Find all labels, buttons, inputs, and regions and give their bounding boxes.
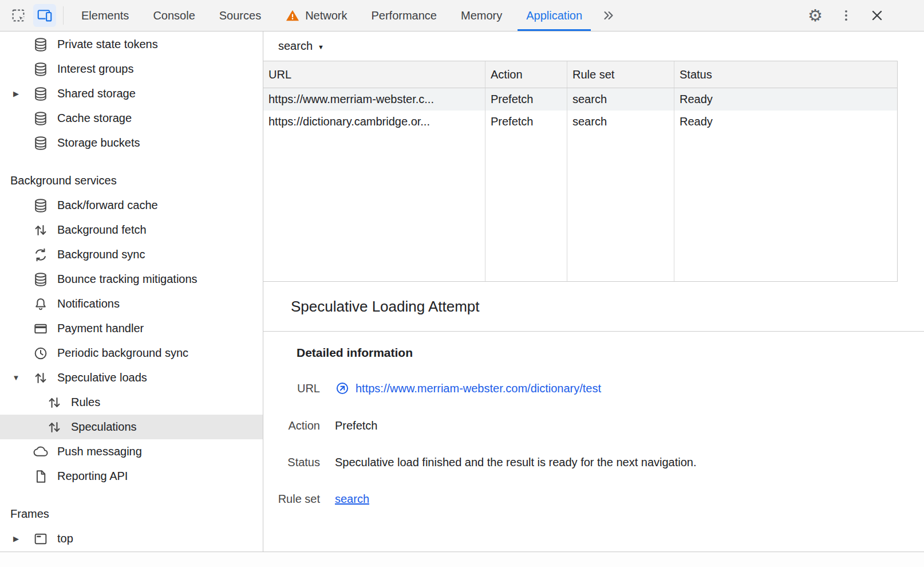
close-devtools-button[interactable]: [868, 6, 886, 25]
cell-url: https://dictionary.cambridge.or...: [263, 111, 485, 133]
sidebar-item-top-frame[interactable]: ▶ top: [0, 526, 263, 551]
cell-url: https://www.merriam-webster.c...: [263, 88, 485, 111]
close-icon: [869, 7, 885, 23]
tab-memory[interactable]: Memory: [449, 0, 514, 31]
devtools-window: Elements Console Sources Network Perform…: [0, 0, 924, 567]
detail-row-rule-set: Rule set search: [263, 493, 924, 506]
sidebar-item-storage-buckets[interactable]: Storage buckets: [0, 131, 263, 155]
tab-performance[interactable]: Performance: [360, 0, 449, 31]
detail-row-url: URL https://www.merriam-webster.com/dict…: [263, 381, 924, 396]
action-label: Action: [263, 419, 320, 432]
sidebar-item-label: Bounce tracking mitigations: [57, 273, 198, 286]
sidebar-item-speculative-loads[interactable]: ▼ Speculative loads: [0, 365, 263, 390]
sidebar-item-speculations[interactable]: Speculations: [0, 415, 263, 439]
tab-elements[interactable]: Elements: [69, 0, 141, 31]
up-down-arrows-icon: [33, 370, 49, 386]
table-header-row: URL Action Rule set Status: [263, 61, 897, 88]
sidebar-item-label: Push messaging: [57, 445, 142, 458]
tab-label: Network: [305, 9, 347, 22]
tab-label: Memory: [461, 9, 502, 22]
more-options-button[interactable]: [837, 6, 855, 25]
tab-label: Sources: [219, 9, 261, 22]
collapse-arrow-icon[interactable]: ▼: [11, 373, 21, 382]
details-heading: Detailed information: [297, 346, 924, 360]
device-toolbar-button[interactable]: [33, 4, 56, 27]
rule-set-link[interactable]: search: [335, 493, 369, 506]
sidebar-item-label: Private state tokens: [57, 38, 158, 51]
sidebar-item-label: Storage buckets: [57, 136, 140, 149]
column-header-status[interactable]: Status: [674, 61, 897, 88]
sidebar-item-background-sync[interactable]: Background sync: [0, 242, 263, 267]
column-header-rule-set[interactable]: Rule set: [567, 61, 674, 88]
expand-arrow-icon[interactable]: ▶: [11, 89, 21, 98]
sidebar-item-interest-groups[interactable]: Interest groups: [0, 57, 263, 81]
expand-arrow-icon[interactable]: ▶: [11, 534, 21, 543]
rule-set-filter-dropdown[interactable]: search ▼: [263, 32, 924, 61]
application-sidebar: Private state tokens Interest groups ▶ S…: [0, 32, 263, 552]
sidebar-item-push-messaging[interactable]: Push messaging: [0, 439, 263, 464]
cell-action: Prefetch: [485, 111, 567, 133]
bell-icon: [33, 296, 49, 312]
action-value: Prefetch: [335, 419, 924, 432]
column-header-url[interactable]: URL: [263, 61, 485, 88]
sidebar-item-private-state-tokens[interactable]: Private state tokens: [0, 32, 263, 57]
cell-status: Ready: [674, 111, 897, 133]
inspect-icon: [10, 7, 27, 24]
attempt-url-link[interactable]: https://www.merriam-webster.com/dictiona…: [356, 382, 601, 395]
status-value: Speculative load finished and the result…: [335, 456, 924, 469]
tab-sources[interactable]: Sources: [207, 0, 273, 31]
detail-row-action: Action Prefetch: [263, 419, 924, 432]
tab-network[interactable]: Network: [273, 0, 359, 31]
status-label: Status: [263, 456, 320, 469]
sidebar-item-periodic-background-sync[interactable]: Periodic background sync: [0, 341, 263, 365]
toolbar-separator: [63, 6, 64, 25]
speculations-table: URL Action Rule set Status https://www.m…: [263, 61, 898, 282]
clock-icon: [33, 345, 49, 361]
cell-status: Ready: [674, 88, 897, 111]
frame-icon: [33, 531, 49, 547]
sync-icon: [33, 247, 49, 263]
sidebar-item-notifications[interactable]: Notifications: [0, 292, 263, 316]
payment-card-icon: [33, 321, 49, 337]
cell-action: Prefetch: [485, 88, 567, 111]
warning-icon: [285, 8, 300, 23]
sidebar-item-cache-storage[interactable]: Cache storage: [0, 106, 263, 131]
database-icon: [33, 198, 49, 214]
up-down-arrows-icon: [46, 395, 62, 411]
settings-gear-icon: ⚙: [808, 7, 823, 24]
sidebar-item-reporting-api[interactable]: Reporting API: [0, 464, 263, 489]
settings-button[interactable]: ⚙: [806, 6, 824, 25]
application-panel: Private state tokens Interest groups ▶ S…: [0, 32, 924, 552]
sidebar-item-back-forward-cache[interactable]: Back/forward cache: [0, 193, 263, 218]
sidebar-item-shared-storage[interactable]: ▶ Shared storage: [0, 81, 263, 106]
sidebar-section-label: Background services: [10, 174, 117, 187]
sidebar-item-rules[interactable]: Rules: [0, 390, 263, 415]
sidebar-item-payment-handler[interactable]: Payment handler: [0, 316, 263, 341]
sidebar-item-label: Back/forward cache: [57, 199, 158, 212]
column-header-action[interactable]: Action: [485, 61, 567, 88]
bottom-strip: [0, 552, 924, 567]
sidebar-item-background-fetch[interactable]: Background fetch: [0, 218, 263, 242]
speculations-panel: search ▼ URL Action Rule set Status http…: [263, 32, 924, 552]
tab-label: Application: [526, 9, 582, 22]
tab-console[interactable]: Console: [141, 0, 207, 31]
reveal-icon[interactable]: [335, 381, 350, 396]
tabbar-left: Elements Console Sources Network Perform…: [0, 0, 623, 31]
sidebar-item-label: Shared storage: [57, 87, 136, 100]
table-row[interactable]: https://www.merriam-webster.c... Prefetc…: [263, 88, 897, 111]
cloud-icon: [33, 444, 49, 460]
table-row[interactable]: https://dictionary.cambridge.or... Prefe…: [263, 111, 897, 133]
document-icon: [33, 468, 49, 485]
tab-application[interactable]: Application: [514, 0, 594, 31]
database-icon: [33, 135, 49, 151]
up-down-arrows-icon: [33, 222, 49, 238]
database-icon: [33, 61, 49, 77]
devtools-tabbar: Elements Console Sources Network Perform…: [0, 0, 924, 32]
cell-rule-set: search: [567, 111, 674, 133]
sidebar-item-bounce-tracking-mitigations[interactable]: Bounce tracking mitigations: [0, 267, 263, 292]
inspect-element-button[interactable]: [7, 4, 30, 27]
attempt-details: Detailed information URL https://www.mer…: [263, 332, 924, 552]
more-tabs-button[interactable]: [594, 0, 623, 31]
up-down-arrows-icon: [46, 419, 62, 435]
sidebar-item-label: Rules: [71, 396, 100, 409]
